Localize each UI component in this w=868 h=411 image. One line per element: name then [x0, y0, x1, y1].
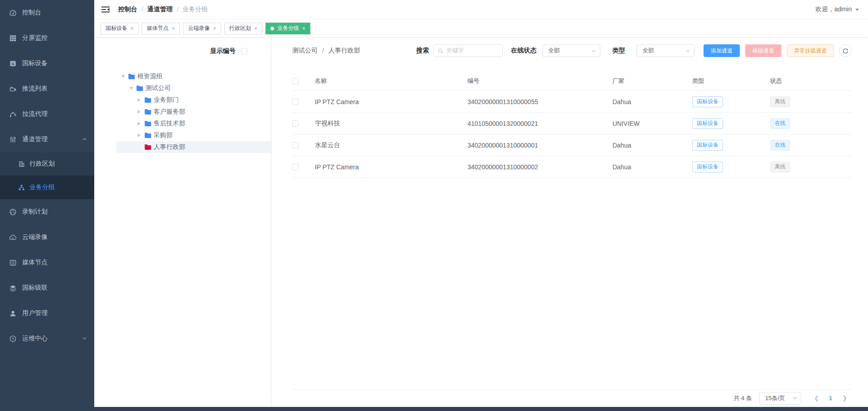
sidebar-item-label: 媒体节点	[22, 258, 48, 267]
type-tag: 国标设备	[692, 96, 723, 107]
current-page[interactable]: 1	[824, 395, 838, 401]
tab-gb-device[interactable]: 国标设备×	[101, 23, 139, 34]
online-status-select[interactable]: 全部	[542, 44, 600, 57]
prev-page-button[interactable]: ❮	[810, 395, 824, 401]
search-input[interactable]: 关键字	[434, 44, 503, 57]
sidebar-subitem-district[interactable]: 行政区划	[0, 152, 94, 176]
tab-business-group[interactable]: 业务分组×	[265, 23, 310, 34]
tab-district[interactable]: 行政区划×	[224, 23, 262, 34]
caret-right-icon[interactable]	[138, 122, 144, 125]
sidebar-item-media-node[interactable]: 媒体节点	[0, 250, 94, 275]
sidebar-item-cloud-record[interactable]: 云端录像	[0, 225, 94, 250]
tree-node-customer-service[interactable]: 客户服务部	[116, 106, 271, 118]
sidebar-item-record-plan[interactable]: 录制计划	[0, 199, 94, 225]
tree-node-label: 客户服务部	[154, 108, 185, 116]
sidebar-item-ops-center[interactable]: 运维中心	[0, 326, 94, 351]
tab-label: 行政区划	[229, 24, 251, 32]
folder-icon	[144, 109, 152, 115]
cell-name: 水星云台	[315, 141, 468, 149]
tab-media-node[interactable]: 媒体节点×	[142, 23, 180, 34]
tree-node-business-dept[interactable]: 业务部门	[116, 94, 271, 106]
show-number-checkbox[interactable]	[241, 48, 247, 54]
next-page-button[interactable]: ❯	[838, 395, 852, 401]
breadcrumb-separator: /	[177, 6, 178, 13]
channel-table: 名称 编号 厂家 类型 状态 IP PTZ Camera 34020000001…	[292, 71, 852, 178]
tree-node-hr-admin[interactable]: 人事行政部	[116, 141, 271, 153]
app-window: 控制台 分屏监控 G 国标设备 推流列表 拉流代理 通道管理 行政区划	[0, 0, 868, 411]
chevron-down-icon	[685, 48, 690, 53]
status-badge: 在线	[770, 118, 790, 129]
page-size-select[interactable]: 15条/页	[759, 392, 801, 405]
row-checkbox[interactable]	[292, 164, 299, 170]
folder-icon	[144, 144, 152, 150]
row-checkbox[interactable]	[292, 120, 299, 127]
caret-down-icon[interactable]	[130, 87, 136, 90]
caret-right-icon[interactable]	[138, 134, 144, 137]
sidebar-item-gb-device[interactable]: G 国标设备	[0, 51, 94, 76]
table-row[interactable]: 水星云台 34020000001310000001 Dahua 国标设备 在线	[292, 134, 852, 156]
show-number-row: 显示编号	[94, 46, 271, 57]
tree-node-aftersales-tech[interactable]: 售后技术部	[116, 118, 271, 129]
add-channel-button[interactable]: 添加通道	[704, 44, 740, 57]
sidebar-item-label: 国标级联	[22, 284, 48, 292]
type-tag: 国标设备	[692, 140, 723, 151]
cell-id: 41010500001320000021	[468, 120, 612, 127]
tree-node-company[interactable]: 测试公司	[116, 82, 271, 94]
user-manage-icon	[9, 310, 17, 317]
tree-node-label: 售后技术部	[154, 119, 185, 128]
sidebar-subitem-business-group[interactable]: 业务分组	[0, 176, 94, 199]
sidebar-item-console[interactable]: 控制台	[0, 0, 94, 25]
close-icon[interactable]: ×	[254, 26, 257, 31]
group-tree-panel: 显示编号 根资源组 测试公司	[94, 38, 271, 411]
close-icon[interactable]: ×	[213, 26, 216, 31]
row-checkbox[interactable]	[292, 99, 299, 105]
online-status-value: 全部	[548, 47, 591, 55]
folder-icon	[144, 97, 152, 103]
tabs-view: 国标设备× 媒体节点× 云端录像× 行政区划× 业务分组×	[94, 19, 868, 38]
refresh-button[interactable]	[839, 44, 852, 57]
table-row[interactable]: 宇视科技 41010500001320000021 UNIVIEW 国标设备 在…	[292, 113, 852, 134]
caret-right-icon[interactable]	[138, 110, 144, 114]
close-icon[interactable]: ×	[302, 26, 305, 31]
user-menu[interactable]: 欢迎，admin	[815, 5, 859, 14]
folder-icon	[144, 132, 152, 139]
tree-node-root[interactable]: 根资源组	[116, 71, 271, 82]
caret-right-icon[interactable]	[138, 98, 144, 102]
cell-id: 34020000001310000055	[468, 98, 612, 105]
select-all-checkbox[interactable]	[292, 78, 299, 84]
pagination-bar: 共 4 条 15条/页 ❮ 1 ❯	[292, 389, 852, 406]
breadcrumb-channel-manage[interactable]: 通道管理	[147, 5, 173, 14]
table-row[interactable]: IP PTZ Camera 34020000001310000002 Dahua…	[292, 156, 852, 178]
page-size-value: 15条/页	[765, 394, 792, 402]
sidebar-item-split-screen[interactable]: 分屏监控	[0, 25, 94, 51]
path-department: 人事行政部	[328, 47, 360, 55]
tree-node-label: 采购部	[154, 131, 173, 139]
push-stream-icon	[9, 85, 17, 93]
show-number-label: 显示编号	[210, 47, 236, 55]
table-row[interactable]: IP PTZ Camera 34020000001310000055 Dahua…	[292, 91, 852, 113]
close-icon[interactable]: ×	[172, 26, 175, 31]
abnormal-mount-channel-button[interactable]: 异常挂载通道	[787, 44, 834, 57]
sidebar-item-gb-cascade[interactable]: 国标级联	[0, 275, 94, 301]
sidebar-item-label: 分屏监控	[22, 34, 48, 42]
sidebar-item-label: 运维中心	[22, 335, 48, 343]
header-type: 类型	[692, 77, 770, 85]
remove-channel-button[interactable]: 移除通道	[745, 44, 781, 57]
horizontal-scrollbar[interactable]	[0, 407, 868, 411]
close-icon[interactable]: ×	[130, 26, 134, 31]
type-select[interactable]: 全部	[637, 44, 694, 57]
tree-node-purchasing[interactable]: 采购部	[116, 129, 271, 141]
channel-table-panel: 测试公司 / 人事行政部 搜索 关键字 在线状态 全部 类型	[271, 38, 868, 411]
sidebar-item-pull-proxy[interactable]: 拉流代理	[0, 101, 94, 127]
cell-name: IP PTZ Camera	[315, 163, 468, 171]
breadcrumb-console[interactable]: 控制台	[118, 5, 137, 14]
tab-label: 媒体节点	[147, 24, 169, 32]
tab-cloud-record[interactable]: 云端录像×	[183, 23, 221, 34]
sidebar-item-user-manage[interactable]: 用户管理	[0, 301, 94, 326]
sidebar-item-channel-manage[interactable]: 通道管理	[0, 127, 94, 152]
row-checkbox[interactable]	[292, 142, 299, 148]
caret-down-icon[interactable]	[121, 75, 128, 78]
sidebar-item-push-stream[interactable]: 推流列表	[0, 76, 94, 101]
collapse-sidebar-icon[interactable]	[101, 5, 111, 14]
tree-node-label: 人事行政部	[154, 143, 185, 151]
